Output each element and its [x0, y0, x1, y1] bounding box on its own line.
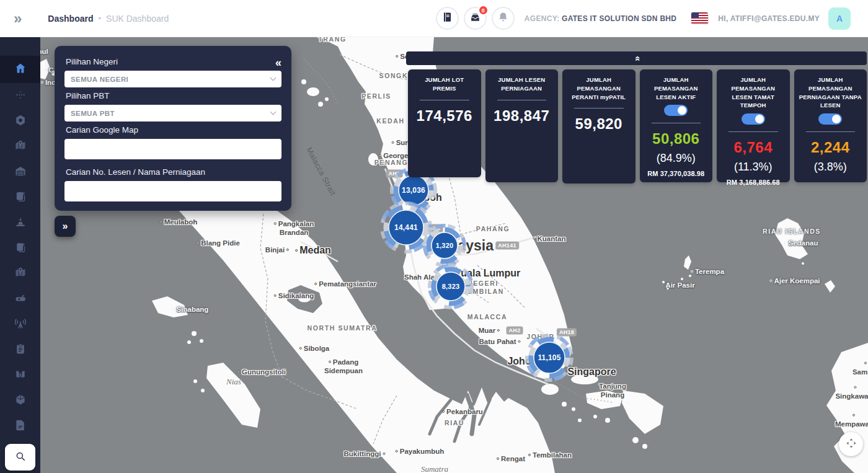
- whistle-icon: [14, 292, 27, 307]
- book-icon: [441, 11, 453, 25]
- stat-card-percent: (3.8%): [799, 161, 863, 174]
- map-canvas[interactable]: TRANGSoSONGKHLAPERLISKEDAHSunGeorge Town…: [40, 37, 868, 473]
- breadcrumb-dashboard[interactable]: Dashboard: [48, 14, 93, 24]
- google-map-search-label: Carian Google Map: [66, 125, 281, 135]
- sidebar-item-traffic-cone[interactable]: [0, 210, 40, 236]
- sidebar-item-map-pin-2[interactable]: [0, 261, 40, 286]
- toggle-switch[interactable]: [742, 113, 765, 125]
- sidebar-item-cube[interactable]: [0, 388, 40, 413]
- document-badge-icon: [14, 190, 27, 205]
- stat-card: JUMLAH PEMASANGAN PERANTI myPATIL59,820: [562, 69, 636, 183]
- sidebar-item-nut[interactable]: [0, 108, 40, 134]
- traffic-cone-icon: [14, 216, 27, 231]
- stat-card-divider: [728, 131, 778, 132]
- home-icon: [14, 62, 27, 77]
- agency-info: AGENCY: GATES IT SOLUTION SDN BHD: [525, 14, 676, 23]
- panel-collapse-icon[interactable]: [275, 57, 281, 68]
- notification-badge: 0: [478, 5, 489, 15]
- toggle-switch[interactable]: [818, 113, 842, 125]
- sidebar-item-clipboard[interactable]: [0, 337, 40, 363]
- breadcrumb-suk-dashboard: SUK Dashboard: [106, 14, 169, 24]
- pan-arrows-icon: [845, 437, 857, 452]
- breadcrumb: Dashboard • SUK Dashboard: [48, 14, 169, 24]
- stat-card-value: 174,576: [412, 107, 477, 125]
- stat-card-value: 2,244: [799, 139, 863, 156]
- map-pan-control[interactable]: [839, 432, 863, 456]
- manual-book-button[interactable]: [436, 7, 459, 30]
- stat-card: JUMLAH LESEN PERNIAGAAN198,847: [485, 69, 559, 182]
- stat-card-divider: [497, 100, 547, 100]
- toggle-switch[interactable]: [664, 105, 688, 116]
- nut-icon: [14, 114, 27, 129]
- chevron-down-icon: [270, 109, 277, 115]
- sidebar-item-radio-tower[interactable]: [0, 312, 40, 337]
- dots-menu-icon: [14, 89, 27, 104]
- user-greeting: HI, ATIFFI@GATES.EDU.MY: [718, 14, 820, 23]
- filter-panel: Pilihan Negeri SEMUA NEGERI Pilihan PBT …: [55, 46, 291, 211]
- stat-card-title: JUMLAH PEMASANGAN PERNIAGAAN TANPA LESEN: [799, 76, 863, 110]
- stat-card-divider: [806, 131, 856, 132]
- inbox-button[interactable]: 0: [464, 7, 487, 30]
- negeri-select-value: SEMUA NEGERI: [71, 76, 128, 83]
- stat-card-percent: (84.9%): [644, 152, 709, 165]
- pbt-select-value: SEMUA PBT: [71, 110, 115, 117]
- breadcrumb-separator: •: [98, 14, 101, 23]
- stat-card-value: 50,806: [644, 130, 709, 148]
- file-text-icon: [14, 419, 27, 434]
- stat-card-value: 6,764: [721, 139, 786, 156]
- stat-card-value: 198,847: [490, 107, 554, 125]
- map-pin-2-icon: [14, 267, 27, 281]
- open-book-icon: [14, 368, 27, 383]
- stat-card-value: 59,820: [567, 115, 631, 133]
- bell-icon: [497, 11, 509, 25]
- stat-card-title: JUMLAH PEMASANGAN LESEN TAMAT TEMPOH: [721, 76, 786, 110]
- stat-card-divider: [652, 123, 701, 123]
- stat-card: JUMLAH LOT PREMIS174,576: [408, 69, 481, 177]
- avatar[interactable]: A: [828, 7, 851, 30]
- stat-card-amount: RM 3,168,886.68: [721, 179, 786, 186]
- document-badge-2-icon: [14, 241, 27, 256]
- agency-label: AGENCY:: [525, 14, 560, 23]
- stat-card-divider: [420, 100, 469, 100]
- topbar-right: 0 AGENCY: GATES IT SOLUTION SDN BHD HI, …: [431, 7, 868, 30]
- pbt-select[interactable]: SEMUA PBT: [64, 105, 281, 122]
- stat-card-divider: [574, 108, 624, 108]
- sidebar-item-dots-menu[interactable]: [0, 83, 40, 108]
- radio-tower-icon: [14, 317, 27, 332]
- sidebar-toggle-icon[interactable]: [14, 11, 22, 26]
- sidebar-items: [0, 56, 40, 439]
- map-cluster-marker[interactable]: 8,323: [427, 262, 475, 311]
- stat-card-title: JUMLAH PEMASANGAN PERANTI myPATIL: [567, 76, 631, 101]
- sidebar-search-button[interactable]: [5, 444, 35, 471]
- sidebar-item-document-badge[interactable]: [0, 185, 40, 210]
- flag-canton: [691, 12, 699, 18]
- sidebar-item-home[interactable]: [0, 56, 40, 83]
- panel-expand-button[interactable]: [55, 216, 76, 237]
- sidebar-item-file-text[interactable]: [0, 413, 40, 439]
- sidebar: [0, 37, 40, 473]
- google-map-search-input[interactable]: [64, 139, 281, 159]
- search-icon: [15, 451, 26, 464]
- agency-name: GATES IT SOLUTION SDN BHD: [562, 14, 676, 23]
- license-search-label: Carian No. Lesen / Nama Perniagaan: [66, 167, 281, 177]
- sidebar-item-map-pin[interactable]: [0, 134, 40, 159]
- sidebar-item-open-book[interactable]: [0, 363, 40, 388]
- map-cluster-marker[interactable]: 1,320: [422, 223, 467, 268]
- language-flag-icon[interactable]: [691, 12, 708, 24]
- cube-icon: [14, 394, 27, 409]
- sidebar-item-warehouse[interactable]: [0, 159, 40, 185]
- pbt-label: Pilihan PBT: [66, 91, 281, 100]
- cluster-count: 8,323: [427, 262, 475, 311]
- negeri-select[interactable]: SEMUA NEGERI: [64, 71, 281, 87]
- map-cluster-marker[interactable]: 11,105: [524, 332, 575, 383]
- stat-card-title: JUMLAH LOT PREMIS: [412, 76, 477, 93]
- license-search-input[interactable]: [64, 181, 281, 201]
- stat-card-amount: RM 37,370,038.98: [644, 170, 709, 177]
- sidebar-item-document-badge-2[interactable]: [0, 236, 40, 261]
- stats-collapse-bar[interactable]: [406, 51, 867, 65]
- chevron-down-icon: [270, 75, 277, 81]
- chevron-up-icon: [632, 56, 641, 61]
- alerts-button[interactable]: [492, 7, 515, 30]
- sidebar-item-whistle[interactable]: [0, 286, 40, 312]
- stat-card: JUMLAH PEMASANGAN LESEN TAMAT TEMPOH6,76…: [717, 69, 790, 182]
